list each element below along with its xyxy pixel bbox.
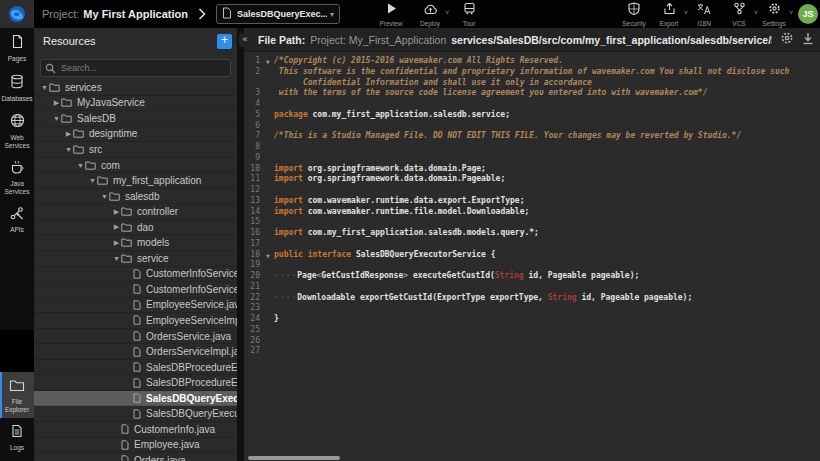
code-line[interactable]: 20····Page<GetCustIdResponse> executeGet… [244,271,820,282]
code-line[interactable]: 24} [244,314,820,325]
caret-collapsed-icon[interactable]: ▶ [112,239,121,247]
fold-marker-icon[interactable]: ▼ [266,250,274,261]
search-input[interactable] [40,59,231,77]
tree-row[interactable]: ▼my_first_application [34,173,237,189]
code-line[interactable]: 26 [244,336,820,347]
tour-button[interactable]: Tour [456,1,482,27]
fold-marker-icon[interactable]: ▼ [266,56,274,67]
caret-collapsed-icon[interactable]: ▶ [64,130,73,138]
code-line[interactable]: 15 [244,217,820,228]
tree-row[interactable]: ▼salesdb [34,189,237,205]
code-line[interactable]: 2 This software is the confidential and … [244,67,820,78]
caret-expanded-icon[interactable]: ▼ [52,115,61,122]
sidebar-item-web-services[interactable]: Web Services [0,107,34,154]
deploy-button[interactable]: Deploy˅ [417,1,443,27]
code-line[interactable]: 4 [244,99,820,110]
line-number: 26 [244,336,266,347]
sidebar-item-databases[interactable]: Databases [0,68,34,108]
sidebar-item-pages[interactable]: Pages [0,28,34,68]
code-line[interactable]: Confidential Information and shall use i… [244,78,820,89]
caret-expanded-icon[interactable]: ▼ [76,162,85,169]
tree-row[interactable]: OrdersService.java [34,329,237,345]
folder-icon [85,161,96,170]
caret-expanded-icon[interactable]: ▼ [100,193,109,200]
panel-divider[interactable] [237,28,244,461]
sidebar-item-java-services[interactable]: Java Services [0,154,34,200]
code-line[interactable]: 13import com.wavemaker.runtime.data.expo… [244,196,820,207]
code-line[interactable]: 3 with the terms of the source code lice… [244,88,820,99]
vcs-button[interactable]: VCS˅ [726,1,752,27]
sidebar-item-logs[interactable]: Logs [0,418,34,457]
caret-expanded-icon[interactable]: ▼ [88,177,97,184]
tree-row[interactable]: ▼services [34,80,237,96]
tree-row[interactable]: EmployeeService.java [34,298,237,314]
download-file-icon[interactable] [802,31,814,49]
tree-row[interactable]: EmployeeServiceImpl.java [34,313,237,329]
i18n-button[interactable]: I18N [691,1,717,27]
code-line[interactable]: 22····Downloadable exportGetCustId(Expor… [244,293,820,304]
tree-row[interactable]: ▶models [34,235,237,251]
wavemaker-logo[interactable] [0,0,34,28]
code-line[interactable]: 11import org.springframework.data.domain… [244,174,820,185]
line-number: 20 [244,271,266,282]
code-line[interactable]: 12 [244,185,820,196]
code-line[interactable]: 14import com.wavemaker.runtime.file.mode… [244,207,820,218]
code-line[interactable]: 18▼public interface SalesDBQueryExecutor… [244,250,820,261]
tree-row[interactable]: CustomerInfoServiceImpl.java [34,282,237,298]
code-editor[interactable]: 1▼/*Copyright (c) 2015-2016 wavemaker.co… [244,52,820,461]
tree-row[interactable]: ▶designtime [34,127,237,143]
tree-row[interactable]: SalesDBQueryExecutorService.java [34,391,237,407]
user-avatar[interactable]: JS [798,4,818,24]
tree-row[interactable]: Orders.java [34,453,237,461]
add-resource-button[interactable]: + [217,34,232,49]
tree-row[interactable]: OrdersServiceImpl.java [34,344,237,360]
editor-settings-gear-icon[interactable] [780,31,794,49]
code-text: /*Copyright (c) 2015-2016 wavemaker.com … [274,56,563,67]
caret-collapsed-icon[interactable]: ▶ [112,208,121,216]
sidebar-item-file-explorer[interactable]: File Explorer [0,372,34,418]
security-button[interactable]: Security [621,1,647,27]
code-line[interactable]: 17 [244,239,820,250]
tree-row[interactable]: ▼service [34,251,237,267]
tree-row[interactable]: ▶MyJavaService [34,96,237,112]
tree-row[interactable]: ▼SalesDB [34,111,237,127]
settings-button[interactable]: Settings˅ [761,1,787,27]
tree-row[interactable]: ▼com [34,158,237,174]
collapse-panel-button[interactable]: « [239,33,251,47]
sidebar-item-apis[interactable]: APIs [0,200,34,239]
code-line[interactable]: 10import org.springframework.data.domain… [244,164,820,175]
caret-expanded-icon[interactable]: ▼ [64,146,73,153]
folder-icon [49,83,60,92]
code-line[interactable]: 27 [244,346,820,357]
preview-button[interactable]: Preview [378,1,404,27]
tree-row[interactable]: ▶controller [34,204,237,220]
code-line[interactable]: 6 [244,121,820,132]
tree-row[interactable]: ▼src [34,142,237,158]
tree-row[interactable]: Employee.java [34,438,237,454]
tree-row[interactable]: SalesDBProcedureExecutorService.java [34,360,237,376]
export-button[interactable]: Export˅ [656,1,682,27]
code-line[interactable]: 5package com.my_first_application.salesd… [244,110,820,121]
code-line[interactable]: 8 [244,142,820,153]
tree-row[interactable]: SalesDBProcedureExecutorServiceImpl.java [34,375,237,391]
code-line[interactable]: 21 [244,282,820,293]
code-line[interactable]: 1▼/*Copyright (c) 2015-2016 wavemaker.co… [244,56,820,67]
project-name[interactable]: My First Application [83,8,188,20]
open-file-dropdown[interactable]: SalesDBQueryExec... ▾ [216,4,340,24]
code-line[interactable]: 19 [244,260,820,271]
code-line[interactable]: 7/*This is a Studio Managed File. DO NOT… [244,131,820,142]
tree-row[interactable]: CustomerInfoService.java [34,267,237,283]
tree-row[interactable]: ▶dao [34,220,237,236]
caret-expanded-icon[interactable]: ▼ [112,255,121,262]
button-label: Security [622,20,645,27]
editor-horizontal-scrollbar[interactable] [248,456,340,460]
tree-row[interactable]: CustomerInfo.java [34,422,237,438]
caret-collapsed-icon[interactable]: ▶ [112,223,121,231]
code-line[interactable]: 16import com.my_first_application.salesd… [244,228,820,239]
code-line[interactable]: 9 [244,153,820,164]
code-line[interactable]: 23 [244,303,820,314]
caret-expanded-icon[interactable]: ▼ [40,84,49,91]
code-line[interactable]: 25 [244,325,820,336]
tree-row[interactable]: SalesDBQueryExecutorServiceImpl.java [34,406,237,422]
caret-collapsed-icon[interactable]: ▶ [52,99,61,107]
